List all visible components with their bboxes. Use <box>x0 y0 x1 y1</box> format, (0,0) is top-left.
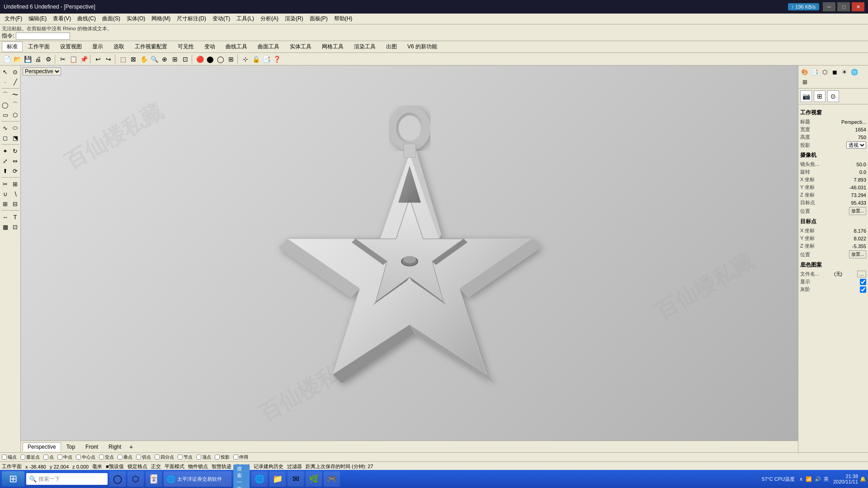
circle-icon[interactable]: ◯ <box>1 100 10 109</box>
status-objectsnap[interactable]: 物件锁点 <box>188 463 208 470</box>
toolbar-tab-11[interactable]: 网格工具 <box>317 42 349 52</box>
save-icon[interactable]: 💾 <box>23 54 33 64</box>
array-icon[interactable]: ⊟ <box>11 199 20 208</box>
status-smarttrack[interactable]: 智慧轨迹 <box>212 463 231 470</box>
copy-icon[interactable]: 📋 <box>68 54 78 64</box>
cut-icon[interactable]: ✂ <box>58 54 68 64</box>
print-icon[interactable]: 🖨 <box>33 54 43 64</box>
close-button[interactable]: ✕ <box>852 2 864 11</box>
open-icon[interactable]: 📂 <box>12 54 22 64</box>
toolbar-tab-3[interactable]: 显示 <box>87 42 108 52</box>
snap-cb-quadrant[interactable] <box>155 455 160 460</box>
snap-cb-tangent[interactable] <box>136 455 141 460</box>
minimize-button[interactable]: ─ <box>823 2 835 11</box>
menu-item-f[interactable]: 文件(F) <box>2 14 25 23</box>
new-icon[interactable]: 📄 <box>2 54 12 64</box>
taskbar-cortana[interactable]: ◯ <box>109 471 126 487</box>
grid-small-icon[interactable]: ⊞ <box>1 199 10 208</box>
help-icon[interactable]: ❓ <box>272 54 282 64</box>
ellipse-icon[interactable]: ⬭ <box>11 123 20 132</box>
snap-cb-vertex[interactable] <box>196 455 201 460</box>
menu-item-m[interactable]: 网格(M) <box>149 14 173 23</box>
boolean-diff-icon[interactable]: ∖ <box>11 189 20 198</box>
taskbar-rhino[interactable]: 🃏 <box>146 471 162 487</box>
menu-item-r[interactable]: 渲染(R) <box>282 14 306 23</box>
rp-layer-icon[interactable]: 📑 <box>810 67 819 76</box>
snap-cb-midpoint[interactable] <box>57 455 62 460</box>
prop-btn-filename[interactable]: … <box>857 271 866 277</box>
zoom-window-icon[interactable]: ⊕ <box>160 54 170 64</box>
rp-camera-tool[interactable]: 📷 <box>800 90 812 102</box>
menu-item-c[interactable]: 曲线(C) <box>75 14 99 23</box>
surface-icon[interactable]: ◻ <box>1 133 10 142</box>
menu-item-o[interactable]: 实体(O) <box>124 14 148 23</box>
taskbar-mail[interactable]: ✉ <box>288 471 304 487</box>
paste-icon[interactable]: 📌 <box>79 54 89 64</box>
taskbar-explorer[interactable]: 📁 <box>269 471 286 487</box>
start-button[interactable]: ⊞ <box>2 471 24 487</box>
viewport-tab-add[interactable]: + <box>127 442 136 451</box>
rp-texture-icon[interactable]: ⊞ <box>800 77 809 86</box>
menu-item-s[interactable]: 曲面(S) <box>99 14 123 23</box>
prop-value-projection[interactable]: 透视 平行 <box>846 141 866 149</box>
tray-wifi[interactable]: 📶 <box>806 476 812 482</box>
snap-cb-nearpoint[interactable] <box>20 455 25 460</box>
status-filter[interactable]: 过滤器 <box>287 463 302 470</box>
menu-item-d[interactable]: 尺寸标注(D) <box>174 14 209 23</box>
taskbar-pinned-pacific[interactable]: 🌐 太平洋证券交易软件 <box>164 471 231 487</box>
notification-icon[interactable]: 🔔 <box>860 476 866 482</box>
toolbar-tab-8[interactable]: 曲线工具 <box>221 42 252 52</box>
toolbar-tab-6[interactable]: 可见性 <box>173 42 199 52</box>
zoom-extent-icon[interactable]: ⊡ <box>180 54 190 64</box>
dim-icon[interactable]: ↔ <box>1 212 10 221</box>
tray-volume[interactable]: 🔊 <box>815 476 821 482</box>
menu-item-v[interactable]: 查看(V) <box>50 14 74 23</box>
boolean-union-icon[interactable]: ∪ <box>1 189 10 198</box>
rp-display-icon[interactable]: 🎨 <box>800 67 809 76</box>
status-planemode[interactable]: 平面模式 <box>165 463 184 470</box>
status-ortho[interactable]: 正交 <box>151 463 161 470</box>
menu-item-p[interactable]: 面板(P) <box>307 14 330 23</box>
hatch-icon[interactable]: ▦ <box>1 222 10 231</box>
redo-icon[interactable]: ↪ <box>104 54 113 64</box>
line-icon[interactable]: ╱ <box>11 77 20 86</box>
zoom-icon[interactable]: 🔍 <box>149 54 159 64</box>
freeform-icon[interactable]: ∿ <box>1 123 10 132</box>
mirror-icon[interactable]: ⇔ <box>11 156 20 165</box>
toolbar-tab-4[interactable]: 选取 <box>108 42 129 52</box>
snap-cb-knot[interactable] <box>178 455 183 460</box>
toolbar-tab-5[interactable]: 工作视窗配置 <box>130 42 172 52</box>
snap-cb-perpendicular[interactable] <box>118 455 123 460</box>
zoom-all-icon[interactable]: ⊞ <box>170 54 180 64</box>
prop-cb-show[interactable] <box>860 279 866 285</box>
select-icon[interactable]: ⬚ <box>118 54 128 64</box>
snap-cb-centerpoint[interactable] <box>76 455 81 460</box>
polygon-icon[interactable]: ⬡ <box>11 110 20 119</box>
toolbar-tab-14[interactable]: V6 的新功能 <box>402 42 442 52</box>
scale-icon[interactable]: ⤢ <box>1 156 10 165</box>
rp-render-icon[interactable]: ☀ <box>840 67 849 76</box>
prop-cb-gray[interactable] <box>860 286 866 293</box>
toolbar-tab-13[interactable]: 出图 <box>381 42 402 52</box>
snap-icon[interactable]: ⊹ <box>241 54 250 64</box>
command-input[interactable] <box>16 33 70 40</box>
toolbar-tab-0[interactable]: 标准 <box>2 42 23 52</box>
tray-arrows[interactable]: ∧ <box>799 476 803 482</box>
move-icon[interactable]: ✦ <box>1 146 10 155</box>
toolbar-tab-10[interactable]: 实体工具 <box>285 42 316 52</box>
viewport-tab-right[interactable]: Right <box>104 442 126 451</box>
taskbar-edge[interactable]: 🌐 <box>251 471 268 487</box>
system-clock[interactable]: 21:38 2020/11/11 <box>833 474 858 484</box>
prop-btn-cam-pos[interactable]: 放置... <box>849 207 866 215</box>
snap-cb-project[interactable] <box>215 455 220 460</box>
pan-icon[interactable]: ✋ <box>139 54 149 64</box>
toolbar-tab-2[interactable]: 设置视图 <box>55 42 87 52</box>
status-history[interactable]: 记录建构历史 <box>254 463 283 470</box>
point-icon[interactable]: · <box>1 77 10 86</box>
extrude-icon[interactable]: ⬆ <box>1 166 10 175</box>
lasso-icon[interactable]: ⊙ <box>11 67 20 76</box>
trim-icon[interactable]: ✂ <box>1 179 10 188</box>
deselect-icon[interactable]: ⊠ <box>128 54 138 64</box>
status-preset[interactable]: ■预设值 <box>106 463 124 470</box>
select-cursor-icon[interactable]: ↖ <box>1 67 10 76</box>
